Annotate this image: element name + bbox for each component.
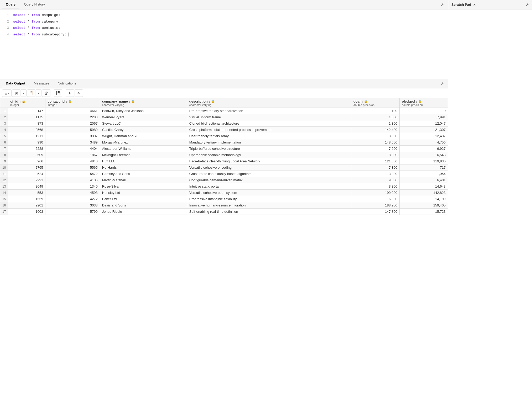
cell-goal[interactable]: 142,400 <box>351 127 399 133</box>
cell-goal[interactable]: 147,800 <box>351 209 399 215</box>
code-editor-area[interactable]: 1 select * from campaign; 2 select * fro… <box>0 9 448 79</box>
cell-cf_id[interactable]: 1559 <box>8 196 45 202</box>
cell-company_name[interactable]: Baker Ltd <box>100 196 187 202</box>
tab-messages[interactable]: Messages <box>30 80 53 87</box>
add-row-button[interactable]: ⊞ ▾ <box>2 89 12 97</box>
cell-company_name[interactable]: Werner-Bryant <box>100 114 187 120</box>
cell-goal[interactable]: 121,500 <box>351 158 399 164</box>
cell-company_name[interactable]: Hensley Ltd <box>100 190 187 196</box>
cell-company_name[interactable]: Alexander-Williams <box>100 146 187 152</box>
save-button[interactable]: 💾 <box>54 89 62 97</box>
tab-query-history[interactable]: Query History <box>20 1 49 8</box>
tab-query[interactable]: Query <box>2 1 19 8</box>
cell-description[interactable]: Self-enabling real-time definition <box>187 209 351 215</box>
cell-company_name[interactable]: Wright, Hartman and Yu <box>100 133 187 139</box>
cell-company_name[interactable]: Mcknight-Freeman <box>100 152 187 158</box>
cell-pledged[interactable]: 1,954 <box>399 171 448 177</box>
cell-company_name[interactable]: Martin-Marshall <box>100 177 187 183</box>
cell-pledged[interactable]: 7,991 <box>399 114 448 120</box>
cell-contact_id[interactable]: 3489 <box>45 139 100 146</box>
cell-pledged[interactable]: 6,401 <box>399 177 448 183</box>
cell-contact_id[interactable]: 1867 <box>45 152 100 158</box>
cell-cf_id[interactable]: 553 <box>8 190 45 196</box>
cell-description[interactable]: User-friendly tertiary array <box>187 133 351 139</box>
cell-contact_id[interactable]: 2288 <box>45 114 100 120</box>
cell-pledged[interactable]: 159,405 <box>399 202 448 209</box>
cell-contact_id[interactable]: 4593 <box>45 190 100 196</box>
cell-pledged[interactable]: 12,437 <box>399 133 448 139</box>
col-contact_id-sort[interactable]: ↕ <box>66 100 67 103</box>
cell-description[interactable]: Intuitive static portal <box>187 183 351 190</box>
cell-goal[interactable]: 199,000 <box>351 190 399 196</box>
cell-cf_id[interactable]: 2049 <box>8 183 45 190</box>
cell-contact_id[interactable]: 5472 <box>45 171 100 177</box>
cell-cf_id[interactable]: 2765 <box>8 164 45 171</box>
cell-goal[interactable]: 3,300 <box>351 133 399 139</box>
scratch-pad-expand[interactable]: ↗ <box>525 2 529 7</box>
paste-button[interactable]: 📋 <box>27 89 35 97</box>
cell-goal[interactable]: 7,200 <box>351 146 399 152</box>
output-expand-icon[interactable]: ↗ <box>438 80 446 87</box>
col-company_name-sort[interactable]: ↕ <box>129 100 131 103</box>
cell-contact_id[interactable]: 4404 <box>45 146 100 152</box>
cell-contact_id[interactable]: 3033 <box>45 202 100 209</box>
cell-description[interactable]: Face-to-face clear-thinking Local Area N… <box>187 158 351 164</box>
cell-goal[interactable]: 100 <box>351 108 399 114</box>
scratch-pad-close[interactable]: × <box>473 2 476 7</box>
scratch-pad-content[interactable] <box>448 9 532 404</box>
cell-description[interactable]: Grass-roots contextually-based algorithm <box>187 171 351 177</box>
cell-cf_id[interactable]: 2228 <box>8 146 45 152</box>
col-pledged-sort[interactable]: ↕ <box>416 100 418 103</box>
cell-company_name[interactable]: Ramsey and Sons <box>100 171 187 177</box>
cell-company_name[interactable]: Ho-Harris <box>100 164 187 171</box>
cell-goal[interactable]: 188,200 <box>351 202 399 209</box>
cell-pledged[interactable]: 12,047 <box>399 120 448 127</box>
cell-pledged[interactable]: 6,543 <box>399 152 448 158</box>
copy-button[interactable]: ⎘ <box>12 89 20 97</box>
cell-cf_id[interactable]: 2991 <box>8 177 45 183</box>
cell-description[interactable]: Virtual uniform frame <box>187 114 351 120</box>
cell-pledged[interactable]: 6,927 <box>399 146 448 152</box>
cell-description[interactable]: Mandatory tertiary implementation <box>187 139 351 146</box>
cell-description[interactable]: Versatile cohesive open system <box>187 190 351 196</box>
cell-pledged[interactable]: 119,830 <box>399 158 448 164</box>
cell-pledged[interactable]: 142,823 <box>399 190 448 196</box>
cell-description[interactable]: Innovative human-resource migration <box>187 202 351 209</box>
col-cf_id-sort[interactable]: ↕ <box>19 100 21 103</box>
cell-cf_id[interactable]: 1003 <box>8 209 45 215</box>
cell-goal[interactable]: 148,500 <box>351 139 399 146</box>
delete-button[interactable]: 🗑 <box>42 89 50 97</box>
cell-company_name[interactable]: Rose-Silva <box>100 183 187 190</box>
cell-pledged[interactable]: 0 <box>399 108 448 114</box>
cell-description[interactable]: Versatile cohesive encoding <box>187 164 351 171</box>
cell-pledged[interactable]: 15,723 <box>399 209 448 215</box>
cell-pledged[interactable]: 4,756 <box>399 139 448 146</box>
cell-goal[interactable]: 1,800 <box>351 114 399 120</box>
graph-button[interactable]: ∿ <box>75 89 83 97</box>
cell-goal[interactable]: 9,600 <box>351 177 399 183</box>
data-table-container[interactable]: cf_id ↕ 🔒 integer contact_id <box>0 98 448 404</box>
download-button[interactable]: ⬇ <box>66 89 74 97</box>
cell-contact_id[interactable]: 5565 <box>45 164 100 171</box>
cell-contact_id[interactable]: 2067 <box>45 120 100 127</box>
cell-goal[interactable]: 6,300 <box>351 196 399 202</box>
cell-contact_id[interactable]: 4136 <box>45 177 100 183</box>
cell-goal[interactable]: 1,300 <box>351 120 399 127</box>
cell-company_name[interactable]: Huff LLC <box>100 158 187 164</box>
query-expand-icon[interactable]: ↗ <box>438 1 446 8</box>
cell-company_name[interactable]: Morgan-Martinez <box>100 139 187 146</box>
cell-cf_id[interactable]: 147 <box>8 108 45 114</box>
cell-company_name[interactable]: Castillo-Carey <box>100 127 187 133</box>
cell-contact_id[interactable]: 5989 <box>45 127 100 133</box>
cell-goal[interactable]: 3,300 <box>351 183 399 190</box>
cell-cf_id[interactable]: 509 <box>8 152 45 158</box>
cell-cf_id[interactable]: 2568 <box>8 127 45 133</box>
cell-company_name[interactable]: Davis and Sons <box>100 202 187 209</box>
cell-cf_id[interactable]: 524 <box>8 171 45 177</box>
cell-description[interactable]: Pre-emptive tertiary standardization <box>187 108 351 114</box>
cell-company_name[interactable]: Baldwin, Riley and Jackson <box>100 108 187 114</box>
cell-company_name[interactable]: Jones-Riddle <box>100 209 187 215</box>
cell-cf_id[interactable]: 990 <box>8 139 45 146</box>
cell-description[interactable]: Cloned bi-directional architecture <box>187 120 351 127</box>
cell-description[interactable]: Cross-platform solution-oriented process… <box>187 127 351 133</box>
